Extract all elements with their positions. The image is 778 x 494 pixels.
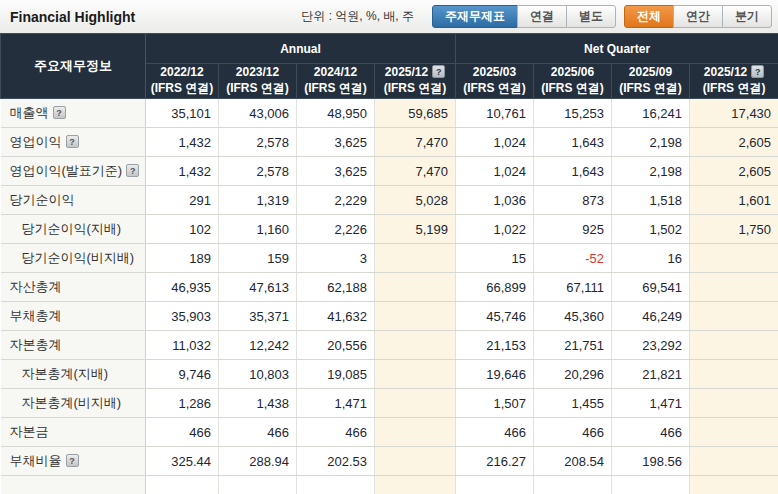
column-date: 2025/06 bbox=[551, 65, 594, 79]
value-cell: 48,950 bbox=[297, 99, 375, 128]
value-cell: 925 bbox=[534, 215, 612, 244]
value-cell: 2,226 bbox=[297, 215, 375, 244]
row-label: 자본총계(지배) bbox=[22, 366, 109, 381]
table-row: 영업이익(발표기준)?1,4322,5783,6257,4701,0241,64… bbox=[1, 157, 778, 186]
value-cell: 45,360 bbox=[534, 302, 612, 331]
column-header: 2025/03(IFRS 연결) bbox=[456, 64, 534, 99]
value-cell: 466 bbox=[146, 418, 219, 447]
page-title: Financial Highlight bbox=[10, 9, 135, 25]
value-cell: 198.56 bbox=[612, 447, 690, 476]
value-cell: 1,432 bbox=[146, 128, 219, 157]
period-filter-button[interactable]: 전체 bbox=[624, 5, 674, 28]
column-basis: (IFRS 연결) bbox=[612, 81, 689, 97]
row-label-cell: 매출액? bbox=[1, 99, 146, 128]
value-cell: 1,502 bbox=[612, 215, 690, 244]
value-cell: 1,319 bbox=[219, 186, 297, 215]
help-icon[interactable]: ? bbox=[432, 65, 445, 78]
value-cell: 20,556 bbox=[297, 331, 375, 360]
row-label: 영업이익 bbox=[10, 134, 62, 149]
table-row: 자본금466466466466466466 bbox=[1, 418, 778, 447]
value-cell: 45,746 bbox=[456, 302, 534, 331]
value-cell: 47,613 bbox=[219, 273, 297, 302]
help-icon[interactable]: ? bbox=[751, 65, 764, 78]
value-cell: 1,507 bbox=[456, 389, 534, 418]
value-cell: 35,903 bbox=[146, 302, 219, 331]
value-cell: -52 bbox=[534, 244, 612, 273]
value-cell: 2,605 bbox=[690, 157, 778, 186]
row-label-cell: 부채총계 bbox=[1, 302, 146, 331]
value-cell: 15,253 bbox=[534, 99, 612, 128]
value-cell: 159 bbox=[219, 244, 297, 273]
value-cell bbox=[375, 302, 456, 331]
value-cell: 10,803 bbox=[219, 360, 297, 389]
value-cell bbox=[690, 447, 778, 476]
row-label: 자산총계 bbox=[10, 279, 62, 294]
row-label-cell: 자본총계(비지배) bbox=[1, 389, 146, 418]
value-cell: 291 bbox=[146, 186, 219, 215]
period-filter-button[interactable]: 연간 bbox=[673, 5, 723, 28]
help-icon[interactable]: ? bbox=[66, 454, 79, 467]
value-cell: 1,518 bbox=[612, 186, 690, 215]
row-label-cell: 자산총계 bbox=[1, 273, 146, 302]
value-cell bbox=[690, 302, 778, 331]
value-cell bbox=[219, 476, 297, 494]
value-cell: 67,111 bbox=[534, 273, 612, 302]
value-cell bbox=[375, 418, 456, 447]
value-cell bbox=[690, 244, 778, 273]
row-label: 자본총계(비지배) bbox=[22, 395, 122, 410]
value-cell: 466 bbox=[534, 418, 612, 447]
value-cell: 21,821 bbox=[612, 360, 690, 389]
row-label-cell bbox=[1, 476, 146, 494]
value-cell bbox=[375, 273, 456, 302]
column-date: 2025/12 bbox=[704, 65, 747, 79]
column-header: 2025/12?(IFRS 연결) bbox=[375, 64, 456, 99]
value-cell: 1,455 bbox=[534, 389, 612, 418]
value-cell: 2,229 bbox=[297, 186, 375, 215]
row-label-cell: 당기순이익(비지배) bbox=[1, 244, 146, 273]
value-cell: 208.54 bbox=[534, 447, 612, 476]
row-label: 부채총계 bbox=[10, 308, 62, 323]
table-body: 매출액?35,10143,00648,95059,68510,76115,253… bbox=[1, 99, 778, 494]
value-cell: 2,198 bbox=[612, 128, 690, 157]
value-cell: 1,471 bbox=[612, 389, 690, 418]
value-cell: 46,249 bbox=[612, 302, 690, 331]
column-basis: (IFRS 연결) bbox=[297, 81, 374, 97]
column-date: 2024/12 bbox=[314, 65, 357, 79]
value-cell: 41,632 bbox=[297, 302, 375, 331]
column-group-header: Net Quarter bbox=[456, 34, 778, 64]
help-icon[interactable]: ? bbox=[53, 106, 66, 119]
value-cell: 46,935 bbox=[146, 273, 219, 302]
column-header: 2025/12?(IFRS 연결) bbox=[690, 64, 778, 99]
column-date: 2023/12 bbox=[236, 65, 279, 79]
row-label-cell: 영업이익? bbox=[1, 128, 146, 157]
column-basis: (IFRS 연결) bbox=[534, 81, 611, 97]
value-cell: 3,625 bbox=[297, 157, 375, 186]
statement-filter-button[interactable]: 연결 bbox=[517, 5, 567, 28]
value-cell bbox=[690, 331, 778, 360]
value-cell: 466 bbox=[219, 418, 297, 447]
value-cell bbox=[456, 476, 534, 494]
column-header: 2023/12(IFRS 연결) bbox=[219, 64, 297, 99]
period-filter-button[interactable]: 분기 bbox=[722, 5, 772, 28]
help-icon[interactable]: ? bbox=[126, 164, 139, 177]
value-cell: 216.27 bbox=[456, 447, 534, 476]
value-cell: 2,605 bbox=[690, 128, 778, 157]
value-cell: 16 bbox=[612, 244, 690, 273]
value-cell bbox=[534, 476, 612, 494]
statement-filter-button[interactable]: 별도 bbox=[566, 5, 616, 28]
value-cell: 1,438 bbox=[219, 389, 297, 418]
value-cell: 1,024 bbox=[456, 128, 534, 157]
value-cell: 9,746 bbox=[146, 360, 219, 389]
value-cell: 3,625 bbox=[297, 128, 375, 157]
value-cell: 1,036 bbox=[456, 186, 534, 215]
table-row: 부채비율?325.44288.94202.53216.27208.54198.5… bbox=[1, 447, 778, 476]
help-icon[interactable]: ? bbox=[66, 135, 79, 148]
statement-filter-button[interactable]: 주재무제표 bbox=[432, 5, 518, 28]
column-basis: (IFRS 연결) bbox=[690, 81, 778, 97]
value-cell: 21,751 bbox=[534, 331, 612, 360]
value-cell: 2,578 bbox=[219, 157, 297, 186]
column-header: 2024/12(IFRS 연결) bbox=[297, 64, 375, 99]
value-cell: 2,578 bbox=[219, 128, 297, 157]
value-cell: 69,541 bbox=[612, 273, 690, 302]
value-cell: 17,430 bbox=[690, 99, 778, 128]
